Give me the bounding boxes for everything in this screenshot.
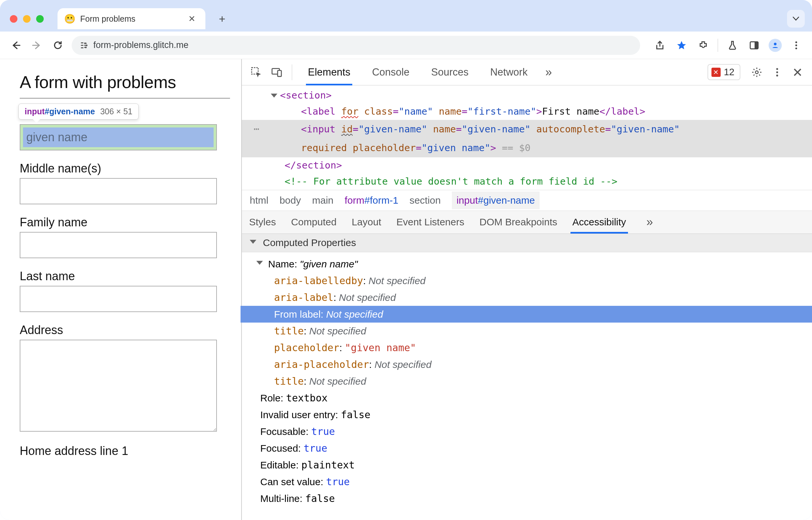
svg-point-8 — [795, 47, 797, 49]
forward-button[interactable] — [30, 38, 44, 53]
devtools-divider — [292, 64, 292, 80]
tooltip-dimensions: 306 × 51 — [100, 107, 132, 116]
middle-name-label: Middle name(s) — [20, 162, 230, 175]
maximize-window-icon[interactable] — [36, 15, 44, 23]
close-window-icon[interactable] — [10, 15, 18, 23]
tab-elements[interactable]: Elements — [299, 59, 359, 85]
prop-invalid: Invalid user entry: false — [256, 406, 802, 423]
subtab-layout[interactable]: Layout — [352, 211, 381, 234]
last-name-input[interactable] — [20, 286, 217, 312]
toolbar-right — [653, 38, 804, 53]
subtab-accessibility[interactable]: Accessibility — [573, 211, 626, 234]
svg-point-1 — [86, 44, 87, 46]
bc-form[interactable]: form#form-1 — [345, 195, 398, 206]
element-inspect-tooltip: input#given-name 306 × 51 — [18, 103, 139, 120]
svg-point-0 — [84, 42, 86, 44]
browser-tab[interactable]: 😬 Form problems ✕ — [57, 8, 205, 29]
tab-network[interactable]: Network — [481, 59, 537, 85]
prop-title: title: Not specified — [256, 322, 802, 339]
labs-flask-icon[interactable] — [725, 38, 740, 53]
family-name-input[interactable] — [20, 232, 217, 258]
prop-focused: Focused: true — [256, 440, 802, 457]
computed-properties-header[interactable]: Computed Properties — [242, 234, 812, 252]
address-textarea[interactable] — [20, 340, 217, 432]
subtab-styles[interactable]: Styles — [249, 211, 276, 234]
browser-toolbar: form-problems.glitch.me — [0, 31, 812, 59]
disclosure-triangle-icon[interactable] — [256, 261, 263, 265]
toolbar-divider — [718, 39, 718, 52]
subtab-event-listeners[interactable]: Event Listeners — [396, 211, 464, 234]
last-name-label: Last name — [20, 269, 230, 283]
inspect-element-icon[interactable] — [248, 64, 265, 81]
bc-section[interactable]: section — [409, 195, 441, 206]
error-count: 12 — [724, 67, 734, 78]
section-title: Computed Properties — [263, 237, 356, 248]
reload-button[interactable] — [51, 38, 65, 53]
prop-aria-labelledby: aria-labelledby: Not specified — [256, 272, 802, 289]
devtools-panel: Elements Console Sources Network » ✕ 12 — [241, 59, 812, 520]
bookmark-star-icon[interactable] — [674, 38, 689, 53]
disclosure-triangle-icon[interactable] — [250, 240, 256, 244]
tooltip-id: #given-name — [45, 107, 95, 116]
minimize-window-icon[interactable] — [23, 15, 30, 23]
prop-focusable: Focusable: true — [256, 423, 802, 440]
window-controls — [10, 15, 44, 23]
devtools-kebab-icon[interactable] — [769, 64, 786, 81]
prop-multiline: Multi-line: false — [256, 490, 802, 507]
extensions-icon[interactable] — [696, 38, 710, 53]
profile-avatar-icon[interactable] — [769, 39, 782, 52]
site-settings-icon[interactable] — [79, 41, 89, 50]
dom-selected-node[interactable]: ⋯<input id="given-name" name="given-name… — [242, 120, 812, 139]
svg-point-13 — [776, 68, 778, 70]
prop-role: Role: textbox — [256, 390, 802, 406]
prop-from-label[interactable]: From label: Not specified — [240, 306, 812, 322]
settings-gear-icon[interactable] — [748, 64, 765, 81]
subtab-computed[interactable]: Computed — [291, 211, 336, 234]
kebab-menu-icon[interactable] — [789, 38, 804, 53]
prop-title-2: title: Not specified — [256, 373, 802, 390]
tab-close-button[interactable]: ✕ — [185, 12, 199, 25]
tab-strip: 😬 Form problems ✕ + — [0, 6, 812, 31]
prop-editable: Editable: plaintext — [256, 457, 802, 473]
page-viewport: A form with problems input#given-name 30… — [0, 59, 241, 520]
content: A form with problems input#given-name 30… — [0, 59, 812, 520]
tab-console[interactable]: Console — [363, 59, 418, 85]
tabs-overflow-icon[interactable]: » — [540, 66, 557, 79]
prop-name: Name: "given name" — [256, 256, 802, 272]
middle-name-input[interactable] — [20, 178, 217, 204]
devtools-subtabs: Styles Computed Layout Event Listeners D… — [242, 211, 812, 234]
subtabs-overflow-icon[interactable]: » — [641, 215, 658, 229]
svg-point-5 — [774, 43, 777, 45]
device-toolbar-icon[interactable] — [268, 64, 285, 81]
family-name-label: Family name — [20, 215, 230, 229]
svg-point-2 — [85, 46, 87, 48]
dom-breadcrumb[interactable]: html body main form#form-1 section input… — [242, 190, 812, 211]
bc-input[interactable]: input#given-name — [452, 191, 539, 209]
bc-body[interactable]: body — [280, 195, 301, 206]
svg-rect-4 — [755, 42, 758, 49]
error-icon: ✕ — [711, 68, 721, 77]
address-bar[interactable]: form-problems.glitch.me — [72, 36, 640, 55]
tab-sources[interactable]: Sources — [422, 59, 478, 85]
svg-point-7 — [795, 44, 797, 46]
subtab-dom-breakpoints[interactable]: DOM Breakpoints — [479, 211, 557, 234]
prop-aria-placeholder: aria-placeholder: Not specified — [256, 356, 802, 373]
tabs-dropdown-button[interactable] — [787, 10, 805, 28]
devtools-close-icon[interactable] — [789, 64, 806, 81]
bc-main[interactable]: main — [312, 195, 333, 206]
prop-placeholder: placeholder: "given name" — [256, 339, 802, 356]
browser-window: 😬 Form problems ✕ + form-problems.glitch… — [0, 0, 812, 520]
dom-tree[interactable]: <section> <label for class="name" name="… — [242, 85, 812, 190]
issues-badge[interactable]: ✕ 12 — [708, 64, 740, 80]
share-icon[interactable] — [653, 38, 667, 53]
svg-point-14 — [776, 71, 778, 73]
bc-html[interactable]: html — [250, 195, 269, 206]
accessibility-properties: Name: "given name" aria-labelledby: Not … — [242, 252, 812, 510]
svg-point-15 — [776, 75, 778, 77]
given-name-field-highlight[interactable]: given name — [20, 124, 217, 151]
tooltip-tag: input — [25, 107, 45, 116]
devtools-tabbar: Elements Console Sources Network » ✕ 12 — [242, 59, 812, 85]
side-panel-icon[interactable] — [747, 38, 761, 53]
back-button[interactable] — [8, 38, 23, 53]
new-tab-button[interactable]: + — [213, 10, 231, 28]
